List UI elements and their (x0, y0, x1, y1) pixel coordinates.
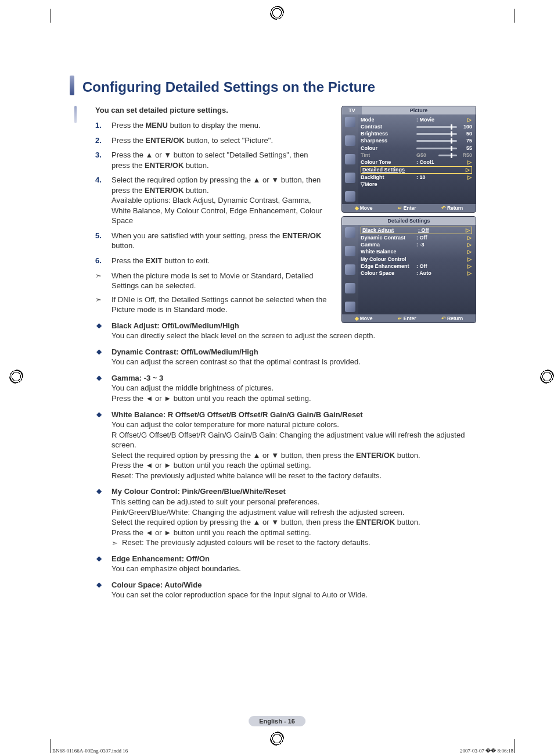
bullet-item: My Colour Control: Pink/Green/Blue/White… (95, 486, 476, 547)
osd-side-icons (342, 114, 358, 204)
title-accent-bar (70, 76, 74, 95)
step-item: Press the EXIT button to exit. (95, 256, 328, 266)
osd-screenshots: TV Picture Mode: Movie▷Contrast100Bright… (341, 106, 476, 327)
osd-foot-return: Return (447, 316, 463, 321)
step-item: Press the ENTER/OK button, to select "Pi… (95, 135, 328, 146)
bullet-item: Edge Enhancement: Off/OnYou can emphasiz… (95, 554, 476, 574)
doc-footer-right: 2007-03-07 �� 8:06:18 (460, 748, 513, 754)
osd-title: Picture (362, 106, 476, 114)
osd-row: Colour Tone: Cool1▷ (361, 159, 472, 166)
registration-mark-icon (270, 732, 284, 746)
osd-rows: Mode: Movie▷Contrast100Brightness50Sharp… (358, 114, 476, 204)
osd-foot-move: Move (360, 316, 373, 321)
step-item: When you are satisfied with your setting… (95, 231, 328, 251)
bullet-item: White Balance: R Offset/G Offset/B Offse… (95, 410, 476, 481)
registration-mark-icon (540, 370, 554, 384)
osd-row: ▽More (361, 181, 472, 188)
osd-icon (345, 264, 355, 275)
osd-row: Dynamic Contrast: Off▷ (361, 234, 472, 241)
note-item: When the picture mode is set to Movie or… (95, 271, 328, 291)
osd-row: Colour Space: Auto▷ (361, 270, 472, 277)
osd-icon (345, 227, 355, 238)
note-item: If DNIe is Off, the Detailed Settings ca… (95, 295, 328, 315)
registration-mark-icon (9, 370, 23, 384)
osd-picture-menu: TV Picture Mode: Movie▷Contrast100Bright… (341, 106, 476, 213)
step-item: Press the MENU button to display the men… (95, 120, 328, 131)
osd-row: TintG50R50 (361, 152, 472, 159)
osd-row: My Colour Control▷ (361, 256, 472, 263)
osd-row: Colour55 (361, 145, 472, 152)
osd-foot-enter: Enter (404, 316, 416, 321)
section-title: Configuring Detailed Settings on the Pic… (70, 76, 476, 95)
osd-icon (345, 154, 355, 164)
osd-side-icons (342, 225, 358, 314)
osd-rows: Black Adjust: Off▷Dynamic Contrast: Off▷… (358, 225, 476, 314)
page-footer: English - 16 (249, 716, 305, 726)
osd-row: Edge Enhancement: Off▷ (361, 263, 472, 270)
osd-row: Detailed Settings▷ (361, 166, 472, 174)
osd-icon (345, 135, 355, 146)
page-title: Configuring Detailed Settings on the Pic… (82, 76, 375, 95)
registration-mark-icon (270, 6, 284, 20)
osd-foot-enter: Enter (404, 205, 416, 211)
crop-mark (515, 739, 515, 753)
osd-row: Contrast100 (361, 123, 472, 130)
step-item: Select the required option by pressing t… (95, 175, 328, 226)
osd-foot-return: Return (447, 205, 463, 211)
osd-footer: ◆Move ↵Enter ↶Return (342, 314, 476, 323)
bullet-item: Colour Space: Auto/WideYou can set the c… (95, 580, 476, 600)
bullet-item: Dynamic Contrast: Off/Low/Medium/HighYou… (95, 347, 476, 367)
osd-icon (345, 302, 355, 312)
osd-icon (345, 173, 355, 183)
osd-icon (345, 283, 355, 293)
side-accent-bar (74, 106, 77, 123)
crop-mark (515, 9, 515, 23)
feature-bullets: Black Adjust: Off/Low/Medium/HighYou can… (95, 321, 476, 600)
body-block: You can set detailed picture settings. P… (70, 106, 476, 600)
doc-footer-left: BN68-01166A-00Eng-0307.indd 16 (52, 748, 128, 754)
osd-foot-move: Move (360, 205, 373, 211)
osd-row: Sharpness75 (361, 138, 472, 145)
osd-footer: ◆Move ↵Enter ↶Return (342, 204, 476, 212)
osd-row: White Balance▷ (361, 249, 472, 256)
osd-icon (345, 191, 355, 202)
osd-row: Backlight: 10▷ (361, 174, 472, 181)
osd-row: Gamma: -3▷ (361, 242, 472, 249)
bullet-item: Gamma: -3 ~ 3You can adjust the middle b… (95, 373, 476, 404)
crop-mark (51, 739, 51, 753)
osd-row: Black Adjust: Off▷ (361, 227, 472, 234)
osd-icon (345, 117, 355, 127)
osd-icon (345, 246, 355, 256)
page-content: Configuring Detailed Settings on the Pic… (70, 76, 476, 606)
osd-row: Mode: Movie▷ (361, 116, 472, 123)
osd-title: Detailed Settings (342, 217, 476, 225)
steps-list: Press the MENU button to display the men… (95, 120, 328, 266)
step-item: Press the ▲ or ▼ button to select "Detai… (95, 150, 328, 170)
notes-list: When the picture mode is set to Movie or… (95, 271, 328, 315)
crop-mark (51, 9, 51, 23)
osd-tv-label: TV (342, 106, 362, 114)
osd-detailed-settings: Detailed Settings Black Adjust: Off▷Dyna… (341, 216, 476, 323)
osd-row: Brightness50 (361, 131, 472, 138)
